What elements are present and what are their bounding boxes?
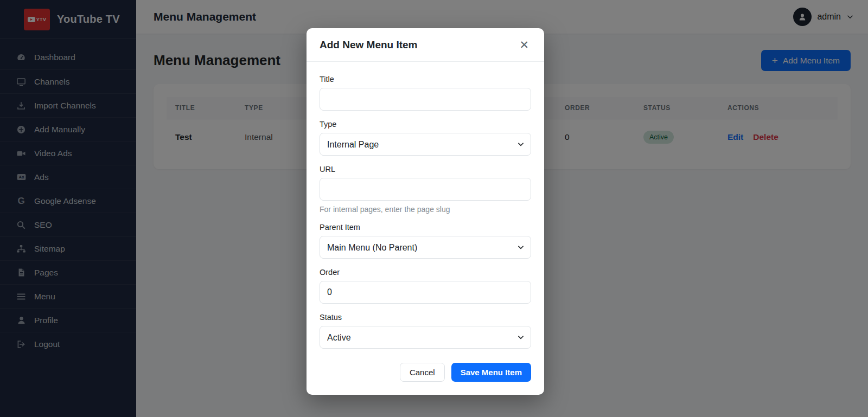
field-title: Title: [320, 75, 531, 111]
modal-header: Add New Menu Item ✕: [307, 28, 544, 62]
add-menu-item-modal: Add New Menu Item ✕ Title Type Internal …: [307, 28, 544, 395]
field-parent: Parent Item Main Menu (No Parent): [320, 223, 531, 259]
title-label: Title: [320, 75, 531, 84]
parent-label: Parent Item: [320, 223, 531, 232]
save-menu-item-button[interactable]: Save Menu Item: [451, 363, 531, 382]
title-input[interactable]: [320, 88, 531, 111]
close-icon[interactable]: ✕: [517, 38, 531, 52]
url-help-text: For internal pages, enter the page slug: [320, 205, 531, 214]
field-url: URL For internal pages, enter the page s…: [320, 165, 531, 214]
url-label: URL: [320, 165, 531, 174]
field-status: Status Active: [320, 313, 531, 349]
cancel-button[interactable]: Cancel: [400, 363, 445, 382]
order-input[interactable]: [320, 281, 531, 304]
type-label: Type: [320, 120, 531, 129]
field-order: Order: [320, 268, 531, 304]
field-type: Type Internal Page: [320, 120, 531, 156]
status-label: Status: [320, 313, 531, 322]
modal-footer: Cancel Save Menu Item: [320, 363, 531, 382]
url-input[interactable]: [320, 178, 531, 201]
modal-title: Add New Menu Item: [320, 39, 418, 51]
modal-body: Title Type Internal Page URL For interna…: [307, 62, 544, 395]
order-label: Order: [320, 268, 531, 277]
type-select[interactable]: Internal Page: [320, 133, 531, 156]
parent-select[interactable]: Main Menu (No Parent): [320, 236, 531, 259]
status-select[interactable]: Active: [320, 326, 531, 349]
